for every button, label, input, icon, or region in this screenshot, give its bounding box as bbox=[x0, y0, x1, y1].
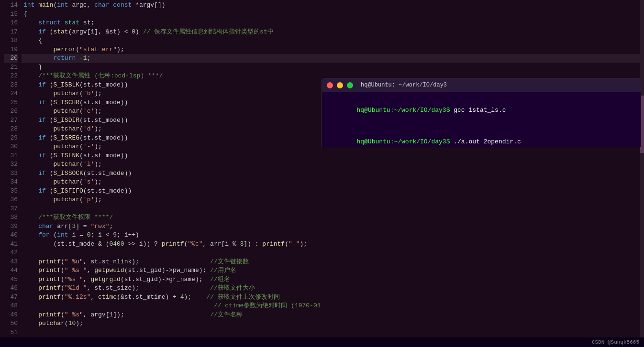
ln-50: 50 bbox=[4, 319, 18, 328]
ln-15: 15 bbox=[4, 10, 18, 19]
code-line-39: char arr[3] = "rwx"; bbox=[22, 222, 644, 231]
ln-20: 20 bbox=[4, 54, 18, 63]
ln-41: 41 bbox=[4, 240, 18, 249]
code-line-43: printf(" %u", st.st_nlink); //文件链接数 bbox=[22, 258, 644, 267]
terminal-prompt-1: hq@Ubuntu:~/work/IO/day3$ bbox=[356, 107, 450, 114]
ln-48: 48 bbox=[4, 302, 18, 311]
code-line-42 bbox=[22, 249, 644, 258]
ln-18: 18 bbox=[4, 36, 18, 45]
ln-23: 23 bbox=[4, 81, 18, 90]
code-line-49: printf(" %s", argv[1]); //文件名称 bbox=[22, 311, 644, 320]
code-line-21: } bbox=[22, 63, 644, 72]
code-line-46: printf("%ld ", st.st_size); //获取文件大小 bbox=[22, 284, 644, 293]
ln-34: 34 bbox=[4, 178, 18, 187]
terminal-cmd-2: ./a.out 2opendir.c bbox=[450, 138, 521, 145]
ln-47: 47 bbox=[4, 293, 18, 302]
ln-33: 33 bbox=[4, 169, 18, 178]
code-line-38: /***获取文件权限 ****/ bbox=[22, 213, 644, 222]
code-line-41: (st.st_mode & (0400 >> i)) ? printf("%c"… bbox=[22, 240, 644, 249]
ln-51: 51 bbox=[4, 328, 18, 337]
ln-37: 37 bbox=[4, 205, 18, 214]
line-numbers: 14 15 16 17 18 19 20 21 22 23 24 25 26 2… bbox=[0, 0, 22, 337]
ln-19: 19 bbox=[4, 45, 18, 54]
code-line-33: if (S_ISSOCK(st.st_mode)) bbox=[22, 169, 644, 178]
terminal-minimize-button[interactable] bbox=[337, 82, 343, 88]
code-line-31: if (S_ISLNK(st.st_mode)) bbox=[22, 152, 644, 161]
code-line-15: { bbox=[22, 10, 644, 19]
bottom-bar: CSDN @Sunqk5665 bbox=[0, 337, 644, 347]
terminal-body: hq@Ubuntu:~/work/IO/day3$ gcc 1stat_ls.c… bbox=[322, 92, 641, 147]
ln-24: 24 bbox=[4, 89, 18, 98]
terminal-line-2: hq@Ubuntu:~/work/IO/day3$ ./a.out 2opend… bbox=[327, 126, 636, 147]
code-line-19: perror("stat err"); bbox=[22, 45, 644, 54]
ln-17: 17 bbox=[4, 28, 18, 37]
ln-38: 38 bbox=[4, 213, 18, 222]
ln-22: 22 bbox=[4, 72, 18, 81]
code-line-47: printf("%.12s", ctime(&st.st_mtime) + 4)… bbox=[22, 293, 644, 302]
code-container: 14 15 16 17 18 19 20 21 22 23 24 25 26 2… bbox=[0, 0, 644, 337]
terminal-prompt-2: hq@Ubuntu:~/work/IO/day3$ bbox=[356, 138, 450, 145]
ln-28: 28 bbox=[4, 125, 18, 134]
terminal-cmd-1: gcc 1stat_ls.c bbox=[450, 107, 506, 114]
terminal-close-button[interactable] bbox=[327, 82, 333, 88]
terminal-window: hq@Ubuntu: ~/work/IO/day3 hq@Ubuntu:~/wo… bbox=[322, 78, 641, 147]
code-line-45: printf("%s ", getgrgid(st.st_gid)->gr_na… bbox=[22, 275, 644, 284]
code-line-51 bbox=[22, 328, 644, 337]
ln-29: 29 bbox=[4, 134, 18, 143]
ln-27: 27 bbox=[4, 116, 18, 125]
code-line-34: putchar('s'); bbox=[22, 178, 644, 187]
bottom-bar-text: CSDN @Sunqk5665 bbox=[592, 339, 639, 345]
ln-42: 42 bbox=[4, 249, 18, 258]
code-line-20: return -1; bbox=[22, 54, 644, 63]
ln-21: 21 bbox=[4, 63, 18, 72]
code-line-40: for (int i = 0; i < 9; i++) bbox=[22, 231, 644, 240]
ln-39: 39 bbox=[4, 222, 18, 231]
code-line-52: return 0; bbox=[22, 337, 644, 337]
code-line-37 bbox=[22, 205, 644, 214]
code-content: int main(int argc, char const *argv[]) {… bbox=[22, 0, 644, 337]
ln-14: 14 bbox=[4, 1, 18, 10]
ln-16: 16 bbox=[4, 19, 18, 28]
ln-44: 44 bbox=[4, 266, 18, 275]
code-line-48: // ctime参数为绝对时间 (1970-01 bbox=[22, 302, 644, 311]
terminal-maximize-button[interactable] bbox=[347, 82, 353, 88]
ln-49: 49 bbox=[4, 311, 18, 320]
editor-area: 14 15 16 17 18 19 20 21 22 23 24 25 26 2… bbox=[0, 0, 644, 347]
ln-26: 26 bbox=[4, 107, 18, 116]
ln-46: 46 bbox=[4, 284, 18, 293]
code-line-17: if (stat(argv[1], &st) < 0) // 保存文件属性信息到… bbox=[22, 28, 644, 37]
ln-52: 52 bbox=[4, 337, 18, 337]
scrollbar[interactable] bbox=[640, 0, 644, 337]
terminal-line-1: hq@Ubuntu:~/work/IO/day3$ gcc 1stat_ls.c bbox=[327, 95, 636, 126]
code-line-50: putchar(10); bbox=[22, 319, 644, 328]
code-line-32: putchar('l'); bbox=[22, 160, 644, 169]
terminal-title: hq@Ubuntu: ~/work/IO/day3 bbox=[361, 82, 447, 88]
code-line-36: putchar('p'); bbox=[22, 195, 644, 205]
code-line-16: struct stat st; bbox=[22, 19, 644, 28]
code-line-18: { bbox=[22, 36, 644, 45]
ln-43: 43 bbox=[4, 258, 18, 267]
ln-40: 40 bbox=[4, 231, 18, 240]
ln-45: 45 bbox=[4, 275, 18, 284]
ln-35: 35 bbox=[4, 187, 18, 196]
code-line-35: if (S_ISFIFO(st.st_mode)) bbox=[22, 187, 644, 196]
ln-31: 31 bbox=[4, 152, 18, 161]
code-line-14: int main(int argc, char const *argv[]) bbox=[22, 1, 644, 10]
code-line-44: printf(" %s ", getpwuid(st.st_gid)->pw_n… bbox=[22, 266, 644, 275]
ln-32: 32 bbox=[4, 160, 18, 169]
terminal-titlebar: hq@Ubuntu: ~/work/IO/day3 bbox=[322, 78, 641, 92]
ln-30: 30 bbox=[4, 142, 18, 152]
ln-25: 25 bbox=[4, 98, 18, 108]
ln-36: 36 bbox=[4, 195, 18, 205]
